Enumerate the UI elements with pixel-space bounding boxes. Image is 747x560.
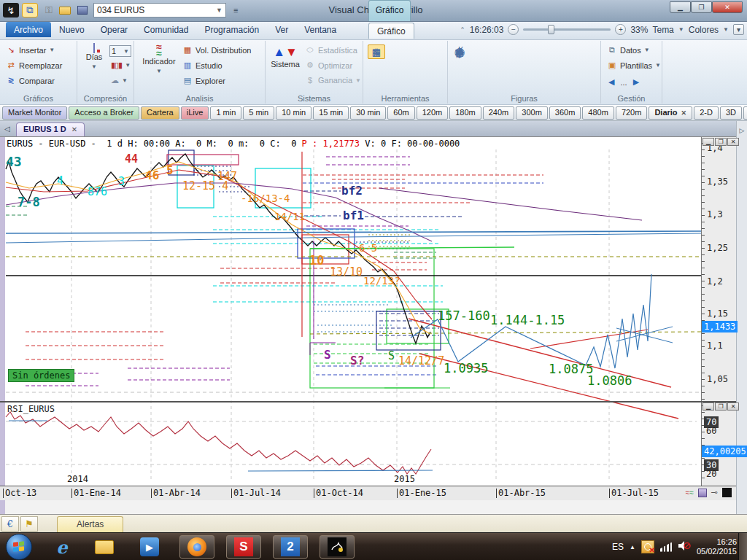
vol-distribution-button[interactable]: ▦Vol. Distribution (182, 45, 251, 55)
scroll-right-icon[interactable]: ▷ (737, 127, 747, 134)
taskbar-firefox-icon[interactable] (179, 535, 214, 559)
launch-cartera[interactable]: Cartera (141, 106, 179, 120)
euro-panel-icon[interactable]: € (1, 516, 19, 532)
taskbar-visualchart-icon[interactable]: 2 (273, 535, 308, 559)
timeframe-60m[interactable]: 60m (387, 106, 414, 120)
more-templates[interactable]: ... (620, 78, 627, 87)
menu-tab-nuevo[interactable]: Nuevo (51, 22, 93, 37)
chart-type-button[interactable]: ☁▼ (111, 76, 128, 85)
pin-icon[interactable]: ⊸ (711, 488, 718, 497)
panel-restore-icon[interactable]: ❐ (715, 402, 727, 411)
insertar-button[interactable]: ↘Insertar▼ (6, 45, 55, 55)
prev-template-button[interactable]: ◀ (608, 77, 614, 87)
timeframe-2-D[interactable]: 2-D (694, 106, 719, 120)
tray-expand-icon[interactable]: ▲ (630, 544, 635, 551)
indicator-mini-icon[interactable]: ≈≈ (686, 489, 694, 497)
explorer-button[interactable]: ▤Explorer (182, 76, 225, 85)
tema-dropdown[interactable]: Tema (652, 25, 673, 35)
datos-button[interactable]: ⧉Datos▼ (607, 45, 650, 55)
panel-close-icon[interactable]: ✕ (727, 402, 739, 411)
indicador-button[interactable]: ≈≈ Indicador▼ (139, 44, 179, 74)
next-template-button[interactable]: ▶ (633, 77, 639, 87)
launch-market-monitor[interactable]: Market Monitor (2, 106, 67, 120)
reemplazar-button[interactable]: ⇄Reemplazar (6, 61, 62, 70)
timeframe-30min[interactable]: 30 min (350, 106, 386, 120)
chart-workspace[interactable] (0, 136, 747, 514)
taskbar-wmp-icon[interactable]: ▶ (139, 537, 160, 557)
full-view-icon[interactable] (722, 488, 732, 497)
chevron-down-icon[interactable]: ▼ (678, 26, 684, 33)
timeframe-5min[interactable]: 5 min (243, 106, 274, 120)
timeframe-Diario[interactable]: Diario✕ (649, 106, 692, 120)
chart-scroll-area[interactable] (5, 500, 736, 514)
panel-restore-icon[interactable]: ❐ (715, 138, 727, 146)
open-folder-icon[interactable] (57, 3, 73, 18)
menu-tab-archivo[interactable]: Archivo (6, 22, 51, 37)
restore-button[interactable]: ❐ (691, 1, 712, 13)
taskbar-app-icon[interactable] (320, 535, 355, 559)
colores-dropdown[interactable]: Colores (689, 25, 719, 35)
timeframe-10min[interactable]: 10 min (276, 106, 311, 120)
save-template-icon[interactable] (698, 489, 707, 497)
timeframe-480m[interactable]: 480m (582, 106, 614, 120)
zoom-in-button[interactable]: + (615, 24, 626, 35)
tab-grafico[interactable]: Gráfico (368, 23, 414, 39)
menu-tab-programación[interactable]: Programación (196, 22, 267, 37)
zoom-out-button[interactable]: − (508, 24, 519, 35)
save-icon[interactable] (74, 3, 90, 18)
estudio-button[interactable]: ▥Estudio (182, 61, 222, 70)
close-timeframe-icon[interactable]: ✕ (681, 109, 687, 117)
panel-minimize-icon[interactable]: ▁ (703, 138, 714, 146)
time-axis[interactable]: ≈≈ ⊸ Oct-1301-Ene-1401-Abr-1401-Jul-1401… (0, 486, 736, 500)
panel-close-icon[interactable]: ✕ (727, 138, 739, 146)
optimizar-button[interactable]: ⚙Optimizar (305, 61, 352, 70)
fig-tool-23[interactable]: ≫ (451, 44, 468, 59)
compression-count-combo[interactable]: 1▼ (109, 45, 131, 57)
timeframe-120m[interactable]: 120m (417, 106, 449, 120)
speaker-muted-icon[interactable] (678, 540, 691, 553)
tab-scroll-left-icon[interactable]: ◁ (4, 125, 10, 133)
signal-bars-icon[interactable] (660, 542, 672, 552)
network-tool-icon[interactable]: ⧉ (22, 3, 38, 18)
network-error-icon[interactable]: ✕ (641, 540, 654, 553)
chevron-down-icon[interactable]: ▼ (723, 26, 729, 33)
comparar-button[interactable]: ≷Comparar (6, 76, 55, 85)
tray-clock[interactable]: 16:2605/02/2015 (697, 537, 737, 556)
timeframe-360m[interactable]: 360m (549, 106, 581, 120)
collapse-ribbon-icon[interactable]: ⌃ (460, 26, 465, 34)
chevron-down-icon[interactable]: ▼ (216, 7, 222, 14)
launch-ilive[interactable]: iLive (181, 106, 209, 120)
timeframe-180m[interactable]: 180m (449, 106, 481, 120)
plantillas-button[interactable]: ▣Plantillas▼ (607, 61, 661, 70)
key-icon[interactable]: ⚿ (41, 3, 57, 18)
close-button[interactable]: ✕ (712, 1, 743, 13)
estadistica-button[interactable]: ⬭Estadística (305, 45, 357, 55)
start-button[interactable] (6, 534, 32, 560)
close-tab-icon[interactable]: ✕ (71, 125, 77, 133)
chart-style-button[interactable]: ▮▯▮▼ (111, 61, 131, 70)
panel-splitter[interactable] (0, 401, 736, 402)
alerts-flag-icon[interactable]: ⚑ (20, 516, 38, 532)
quickaccess-chevron-icon[interactable]: ≡ (233, 6, 238, 15)
timeframe-1min[interactable]: 1 min (210, 106, 241, 120)
dias-button[interactable]: Días▼ (80, 44, 108, 70)
launch-acceso-a-broker[interactable]: Acceso a Broker (69, 106, 139, 120)
minimize-button[interactable]: ▁ (670, 1, 691, 13)
tab-alertas[interactable]: Alertas (57, 516, 123, 533)
timeframe-240m[interactable]: 240m (483, 106, 515, 120)
menu-tab-ver[interactable]: Ver (267, 22, 296, 37)
taskbar-ie-icon[interactable]: e (51, 537, 73, 557)
timeframe-300m[interactable]: 300m (516, 106, 548, 120)
help-button[interactable]: ▾ (733, 24, 744, 35)
timeframe-15min[interactable]: 15 min (313, 106, 349, 120)
taskbar-s-app-icon[interactable]: S (226, 535, 261, 559)
zoom-slider[interactable] (523, 28, 611, 31)
timeframe-3D[interactable]: 3D (720, 106, 742, 120)
language-indicator[interactable]: ES (612, 542, 624, 552)
symbol-combo[interactable]: 034 EURUS ▼ (93, 3, 226, 18)
menu-tab-ventana[interactable]: Ventana (296, 22, 344, 37)
show-desktop-button[interactable] (738, 533, 747, 560)
sistema-button[interactable]: ▲▼ Sistema (267, 45, 303, 69)
timeframe-720m[interactable]: 720m (616, 106, 648, 120)
ganancia-button[interactable]: $Ganancia▼ (305, 76, 361, 85)
